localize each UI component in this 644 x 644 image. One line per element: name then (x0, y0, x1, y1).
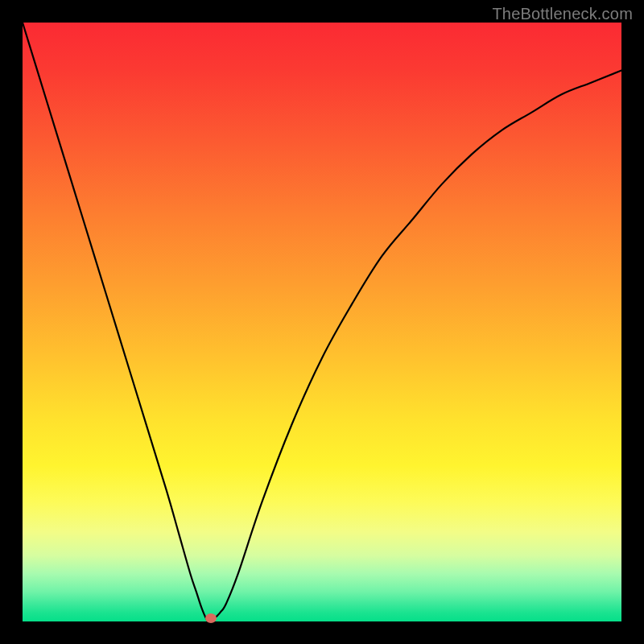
curve-path (23, 23, 621, 622)
chart-frame: TheBottleneck.com (0, 0, 644, 644)
bottleneck-curve (23, 23, 621, 621)
optimal-point-marker (205, 613, 217, 623)
plot-area (23, 23, 621, 621)
watermark-text: TheBottleneck.com (492, 5, 633, 23)
